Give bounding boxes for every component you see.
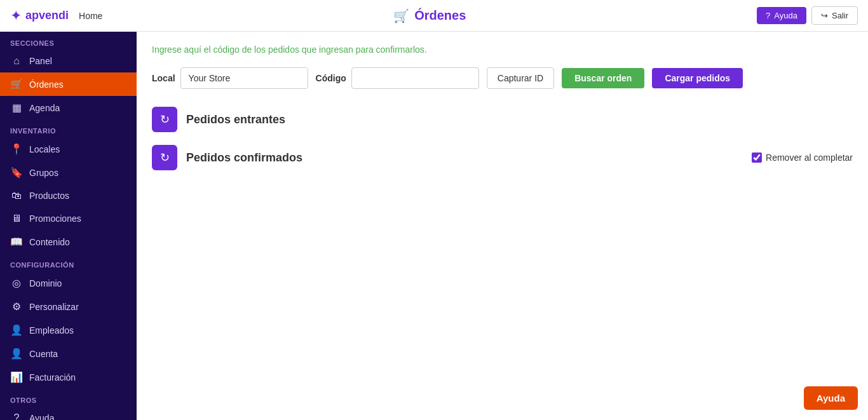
refresh2-icon: ↻ bbox=[160, 151, 170, 165]
sidebar-section-otros: OTROS ? Ayuda ↪ Salir bbox=[0, 389, 137, 420]
promociones-icon: 🖥 bbox=[10, 213, 23, 224]
page-title-area: 🛒 Órdenes bbox=[393, 8, 466, 24]
buscar-orden-button[interactable]: Buscar orden bbox=[562, 68, 644, 88]
local-field-group: Local bbox=[152, 67, 308, 89]
sidebar-item-cuenta[interactable]: 👤 Cuenta bbox=[0, 342, 137, 365]
refresh-confirmados-button[interactable]: ↻ bbox=[152, 145, 177, 170]
local-label: Local bbox=[152, 73, 175, 83]
sidebar-section-configuracion: CONFIGURACIÓN ◎ Dominio ⚙ Personalizar 👤… bbox=[0, 254, 137, 389]
sidebar-section-inventario: INVENTARIO 📍 Locales 🔖 Grupos 🛍 Producto… bbox=[0, 119, 137, 254]
remover-checkbox[interactable] bbox=[752, 152, 762, 163]
remover-text: Remover al completar bbox=[766, 152, 853, 163]
sidebar-item-panel[interactable]: ⌂ Panel bbox=[0, 50, 137, 72]
logo-icon: ✦ bbox=[10, 8, 22, 24]
home-link[interactable]: Home bbox=[79, 11, 102, 21]
pedidos-confirmados-section: ↻ Pedidos confirmados Remover al complet… bbox=[152, 145, 853, 170]
order-form-row: Local Código Capturar ID Buscar orden Ca… bbox=[152, 67, 853, 89]
capture-id-button[interactable]: Capturar ID bbox=[487, 67, 554, 89]
sidebar: SECCIONES ⌂ Panel 🛒 Órdenes ▦ Agenda INV… bbox=[0, 32, 137, 420]
question-icon: ? bbox=[766, 11, 770, 20]
pedidos-entrantes-title: Pedidos entrantes bbox=[186, 113, 285, 126]
top-nav: ✦ apvendi Home 🛒 Órdenes ? Ayuda ↪ Salir bbox=[0, 0, 868, 32]
productos-icon: 🛍 bbox=[10, 190, 23, 201]
sidebar-item-agenda[interactable]: ▦ Agenda bbox=[0, 96, 137, 119]
logo-text: apvendi bbox=[25, 9, 69, 22]
dominio-icon: ◎ bbox=[10, 277, 23, 289]
sidebar-item-productos[interactable]: 🛍 Productos bbox=[0, 184, 137, 207]
grupos-icon: 🔖 bbox=[10, 166, 23, 179]
cuenta-icon: 👤 bbox=[10, 348, 23, 360]
sidebar-item-locales[interactable]: 📍 Locales bbox=[0, 137, 137, 161]
confirmed-row: Pedidos confirmados Remover al completar bbox=[186, 151, 853, 165]
secciones-label: SECCIONES bbox=[0, 32, 137, 50]
page-title: Órdenes bbox=[414, 8, 466, 23]
orders-icon: 🛒 bbox=[10, 78, 23, 90]
refresh-entrantes-button[interactable]: ↻ bbox=[152, 107, 177, 132]
local-input[interactable] bbox=[180, 67, 308, 89]
sidebar-section-secciones: SECCIONES ⌂ Panel 🛒 Órdenes ▦ Agenda bbox=[0, 32, 137, 119]
codigo-input[interactable] bbox=[351, 67, 479, 89]
refresh-icon: ↻ bbox=[160, 112, 170, 126]
sidebar-item-ayuda[interactable]: ? Ayuda bbox=[0, 407, 137, 420]
inventario-label: INVENTARIO bbox=[0, 119, 137, 137]
locales-icon: 📍 bbox=[10, 143, 23, 155]
salir-top-button[interactable]: ↪ Salir bbox=[811, 6, 858, 25]
pedidos-confirmados-title: Pedidos confirmados bbox=[186, 151, 302, 165]
instructions-text: Ingrese aquí el código de los pedidos qu… bbox=[152, 44, 853, 55]
codigo-label: Código bbox=[316, 73, 346, 83]
bottom-ayuda-button[interactable]: Ayuda bbox=[804, 386, 858, 410]
remover-label[interactable]: Remover al completar bbox=[752, 152, 853, 163]
otros-label: OTROS bbox=[0, 389, 137, 407]
logo: ✦ apvendi bbox=[10, 8, 69, 24]
configuracion-label: CONFIGURACIÓN bbox=[0, 254, 137, 271]
pedidos-entrantes-section: ↻ Pedidos entrantes bbox=[152, 107, 853, 132]
cargar-pedidos-button[interactable]: Cargar pedidos bbox=[652, 68, 743, 88]
sidebar-item-dominio[interactable]: ◎ Dominio bbox=[0, 271, 137, 295]
topnav-right: ? Ayuda ↪ Salir bbox=[757, 6, 858, 25]
codigo-field-group: Código bbox=[316, 67, 479, 89]
cart-icon: 🛒 bbox=[393, 8, 409, 24]
ayuda-icon: ? bbox=[10, 412, 23, 420]
ayuda-top-button[interactable]: ? Ayuda bbox=[757, 7, 806, 24]
empleados-icon: 👤 bbox=[10, 324, 23, 336]
exit-icon: ↪ bbox=[821, 11, 828, 20]
topnav-left: ✦ apvendi Home bbox=[10, 8, 102, 24]
sidebar-item-ordenes[interactable]: 🛒 Órdenes bbox=[0, 72, 137, 96]
contenido-icon: 📖 bbox=[10, 236, 23, 248]
sidebar-item-personalizar[interactable]: ⚙ Personalizar bbox=[0, 295, 137, 318]
sidebar-item-contenido[interactable]: 📖 Contenido bbox=[0, 230, 137, 254]
main-content: Ingrese aquí el código de los pedidos qu… bbox=[137, 32, 868, 420]
sidebar-item-empleados[interactable]: 👤 Empleados bbox=[0, 318, 137, 342]
sidebar-item-grupos[interactable]: 🔖 Grupos bbox=[0, 161, 137, 184]
agenda-icon: ▦ bbox=[10, 102, 23, 114]
sidebar-item-promociones[interactable]: 🖥 Promociones bbox=[0, 207, 137, 230]
sidebar-item-facturacion[interactable]: 📊 Facturación bbox=[0, 365, 137, 389]
personalizar-icon: ⚙ bbox=[10, 301, 23, 313]
home-icon: ⌂ bbox=[10, 55, 23, 67]
facturacion-icon: 📊 bbox=[10, 371, 23, 383]
